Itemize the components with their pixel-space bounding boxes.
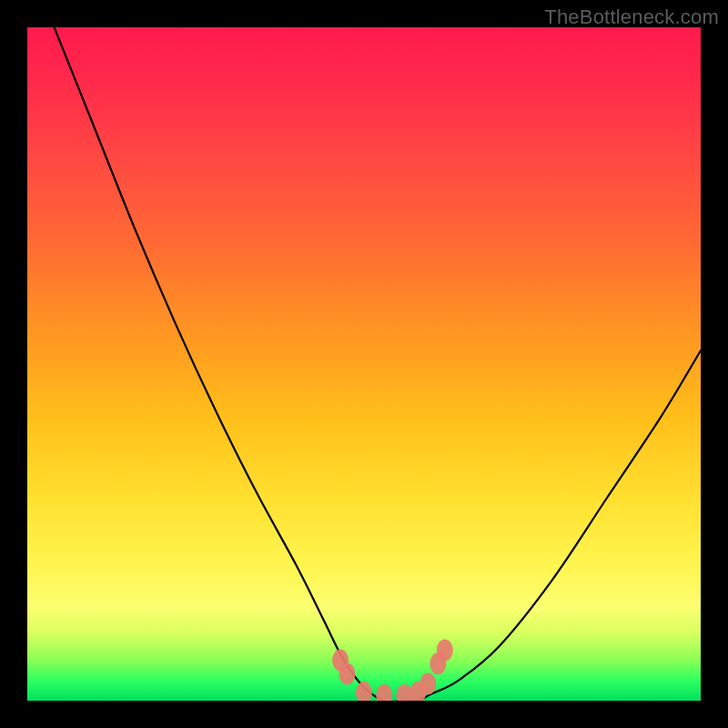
- chart-stage: TheBottleneck.com: [0, 0, 728, 728]
- valley-marker: [339, 662, 356, 684]
- bottleneck-curve: [55, 27, 701, 701]
- valley-markers: [332, 640, 453, 702]
- valley-marker: [430, 652, 446, 674]
- valley-marker: [376, 684, 392, 701]
- plot-area: [27, 27, 701, 701]
- curve-layer: [27, 27, 701, 701]
- valley-marker: [356, 682, 372, 701]
- watermark-text: TheBottleneck.com: [544, 5, 719, 29]
- valley-marker: [437, 640, 453, 662]
- valley-marker: [396, 684, 412, 701]
- valley-marker: [332, 650, 349, 672]
- valley-marker: [420, 673, 436, 695]
- valley-marker: [410, 682, 426, 701]
